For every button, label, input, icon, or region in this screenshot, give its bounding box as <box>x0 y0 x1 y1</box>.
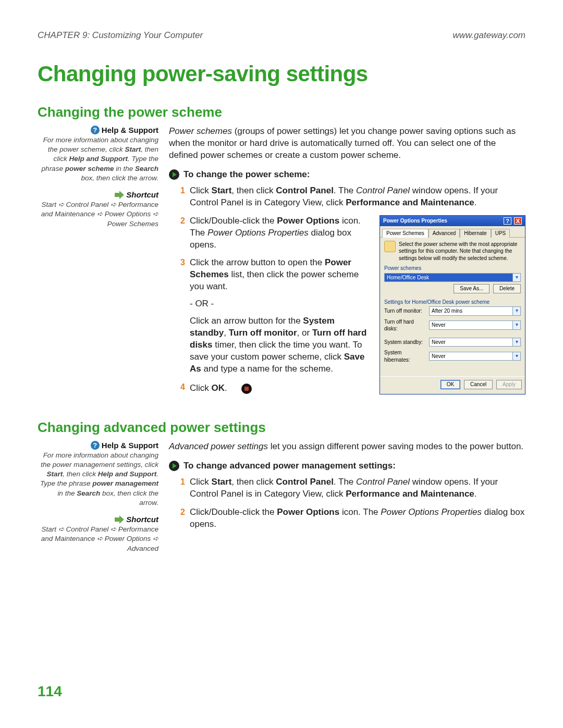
arrow-right-icon <box>115 516 124 523</box>
step-1: 1 Click Start, then click Control Panel.… <box>180 476 525 500</box>
chevron-down-icon: ▾ <box>512 307 520 315</box>
help-button[interactable]: ? <box>504 217 511 225</box>
group-settings: Settings for Home/Office Desk power sche… <box>384 299 521 306</box>
or-divider: - OR - <box>190 298 372 310</box>
help-support-label: Help & Support <box>102 126 158 134</box>
hard-disks-dropdown[interactable]: Never▾ <box>429 320 521 330</box>
shortcut-row: Shortcut <box>38 515 158 524</box>
section1-heading: Changing the power scheme <box>38 104 525 120</box>
page-number: 114 <box>38 683 62 700</box>
dialog-titlebar: Power Options Properties ? X <box>380 216 525 227</box>
section1-main: Power schemes (groups of power settings)… <box>169 126 525 401</box>
ok-button[interactable]: OK <box>440 380 460 389</box>
help-support-row: ? Help & Support <box>38 441 158 450</box>
chevron-down-icon: ▾ <box>512 352 520 361</box>
chapter-label: CHAPTER 9: Customizing Your Computer <box>38 30 203 41</box>
power-options-dialog: Power Options Properties ? X Power Schem… <box>380 215 525 394</box>
row-monitor: Turn off monitor: After 20 mins▾ <box>384 306 521 316</box>
help-support-text: For more information about changing the … <box>38 135 158 183</box>
shortcut-text: Start ➪ Control Panel ➪ Performance and … <box>38 200 158 229</box>
play-icon <box>169 461 179 471</box>
section2-sidebar: ? Help & Support For more information ab… <box>38 441 158 553</box>
tab-power-schemes[interactable]: Power Schemes <box>382 229 429 238</box>
step-1: 1 Click Start, then click Control Panel.… <box>180 185 525 209</box>
shortcut-label: Shortcut <box>126 190 158 199</box>
close-button[interactable]: X <box>514 217 522 225</box>
shortcut-text: Start ➪ Control Panel ➪ Performance and … <box>38 525 158 553</box>
tab-advanced[interactable]: Advanced <box>429 229 460 238</box>
section1: ? Help & Support For more information ab… <box>38 126 525 401</box>
scheme-dropdown[interactable]: Home/Office Desk ▾ <box>384 273 521 282</box>
dialog-title: Power Options Properties <box>383 217 447 225</box>
question-icon: ? <box>91 441 100 450</box>
help-support-text: For more information about changing the … <box>38 451 158 508</box>
tab-ups[interactable]: UPS <box>491 229 510 238</box>
task2-steps: 1 Click Start, then click Control Panel.… <box>169 476 525 530</box>
stop-icon <box>241 384 252 394</box>
chevron-down-icon: ▾ <box>512 338 520 347</box>
steps-2-4: 2 Click/Double-click the Power Options i… <box>180 215 525 394</box>
section2-heading: Changing advanced power settings <box>38 419 525 436</box>
scheme-icon <box>384 241 396 252</box>
play-icon <box>169 169 179 180</box>
dialog-footer: OK Cancel Apply <box>380 376 525 392</box>
section1-intro: Power schemes (groups of power settings)… <box>169 126 525 162</box>
page-title: Changing power-saving settings <box>38 61 525 87</box>
dialog-tabs: Power Schemes Advanced Hibernate UPS <box>380 226 525 238</box>
chevron-down-icon: ▾ <box>512 321 520 329</box>
section2-intro: Advanced power settings let you assign d… <box>169 441 525 453</box>
site-label: www.gateway.com <box>452 30 525 41</box>
task1-steps: 1 Click Start, then click Control Panel.… <box>169 185 525 394</box>
task2-header: To change advanced power management sett… <box>169 460 525 472</box>
section2: ? Help & Support For more information ab… <box>38 441 525 553</box>
row-standby: System standby: Never▾ <box>384 338 521 347</box>
cancel-button[interactable]: Cancel <box>464 380 493 389</box>
apply-button[interactable]: Apply <box>496 380 522 389</box>
dialog-body: Select the power scheme with the most ap… <box>380 238 525 377</box>
group-power-schemes: Power schemes <box>384 265 521 272</box>
page-header: CHAPTER 9: Customizing Your Computer www… <box>38 30 525 41</box>
delete-button[interactable]: Delete <box>493 284 521 293</box>
question-icon: ? <box>91 126 100 134</box>
row-hibernate: System hibernates: Never▾ <box>384 349 521 363</box>
standby-dropdown[interactable]: Never▾ <box>429 338 521 347</box>
save-as-button[interactable]: Save As... <box>454 284 489 293</box>
shortcut-label: Shortcut <box>126 515 158 524</box>
chevron-down-icon: ▾ <box>512 274 520 282</box>
row-hard-disks: Turn off hard disks: Never▾ <box>384 318 521 332</box>
help-support-label: Help & Support <box>102 441 158 450</box>
monitor-dropdown[interactable]: After 20 mins▾ <box>429 306 521 316</box>
hibernate-dropdown[interactable]: Never▾ <box>429 352 521 361</box>
shortcut-row: Shortcut <box>38 190 158 199</box>
section1-sidebar: ? Help & Support For more information ab… <box>38 126 158 401</box>
step-2: 2 Click/Double-click the Power Options i… <box>180 507 525 530</box>
dialog-info-text: Select the power scheme with the most ap… <box>399 241 521 262</box>
help-support-row: ? Help & Support <box>38 126 158 134</box>
tab-hibernate[interactable]: Hibernate <box>460 229 491 238</box>
arrow-right-icon <box>115 191 124 199</box>
task1-header: To change the power scheme: <box>169 169 525 181</box>
section2-main: Advanced power settings let you assign d… <box>169 441 525 553</box>
